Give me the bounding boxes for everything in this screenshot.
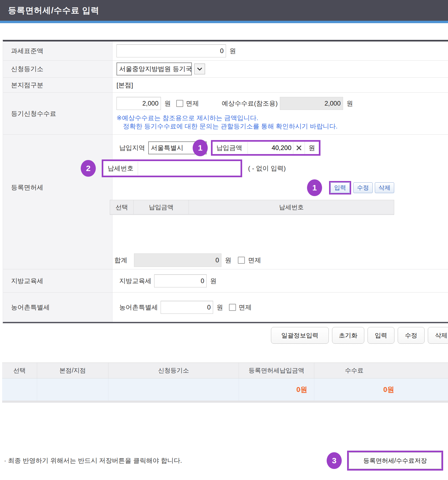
estimate-fee-input	[280, 97, 343, 110]
local-edu-tax-field-label: 지방교육세	[119, 277, 151, 285]
license-fee-form: 과세표준액 원 신청등기소 서울중앙지방법원 등기국 본지점구분 [본점] 등기…	[3, 40, 448, 323]
license-delete-button[interactable]: 삭제	[375, 182, 394, 193]
tax-base-input[interactable]	[117, 44, 226, 57]
license-total-input	[134, 253, 221, 267]
payment-region-label: 납입지역	[119, 144, 145, 152]
edit-button[interactable]: 수정	[398, 327, 425, 344]
summary-cell-fee: 0원	[314, 378, 448, 401]
fee-notice-line1: ※예상수수료는 참조용으로 제시하는 금액입니다.	[117, 114, 258, 121]
summary-header-fee: 수수료	[314, 363, 448, 378]
estimate-fee-unit: 원	[347, 99, 353, 108]
application-fee-exempt-label: 면제	[186, 99, 199, 108]
license-tax-label: 등록면허세	[3, 135, 112, 269]
tax-base-row: 과세표준액 원	[3, 41, 448, 61]
registry-office-select[interactable]: 서울중앙지방법원 등기국	[117, 62, 192, 75]
tax-number-label: 납세번호	[103, 164, 138, 173]
branch-type-row: 본지점구분 [본점]	[3, 78, 448, 93]
bulk-input-button[interactable]: 일괄정보입력	[271, 327, 329, 344]
payment-amount-box: 납입금액 원	[211, 140, 320, 156]
registry-office-row: 신청등기소 서울중앙지방법원 등기국	[3, 61, 448, 78]
local-edu-tax-unit: 원	[210, 277, 217, 285]
registry-office-selected: 서울중앙지방법원 등기국	[117, 65, 194, 73]
payment-amount-label: 납입금액	[213, 144, 248, 152]
license-edit-button[interactable]: 수정	[353, 182, 373, 193]
rural-tax-exempt-checkbox[interactable]	[229, 304, 236, 311]
payment-amount-unit: 원	[305, 144, 319, 152]
license-total-exempt-checkbox[interactable]	[238, 257, 245, 264]
chevron-down-icon	[194, 64, 205, 74]
grid-header-select: 선택	[110, 200, 134, 214]
estimate-fee-label: 예상수수료(참조용)	[222, 99, 278, 108]
step-badge-3: 3	[327, 452, 342, 469]
grid-empty-body	[110, 215, 394, 253]
branch-type-label: 본지점구분	[3, 78, 112, 92]
form-action-buttons: 일괄정보입력 초기화 입력 수정 삭제	[0, 327, 448, 344]
summary-data-row[interactable]: 0원 0원	[2, 378, 448, 401]
input-button-highlight: 입력	[329, 181, 351, 194]
summary-header-office: 신청등기소	[108, 363, 239, 378]
tax-number-hint: ( - 없이 입력)	[248, 164, 286, 173]
rural-tax-unit: 원	[217, 303, 223, 312]
local-edu-tax-row: 지방교육세 지방교육세 원	[3, 269, 448, 293]
tax-number-input[interactable]	[138, 162, 241, 175]
save-note: · 최종 반영하기 위해서는 반드시 저장버튼을 클릭해야 합니다.	[4, 456, 182, 465]
summary-header-select: 선택	[2, 363, 37, 378]
local-edu-tax-label: 지방교육세	[3, 269, 112, 292]
step-badge-1: 1	[193, 140, 208, 156]
tax-base-unit: 원	[230, 47, 236, 55]
application-fee-exempt-checkbox[interactable]	[176, 100, 183, 107]
application-fee-label: 등기신청수수료	[3, 93, 112, 134]
summary-header-branch: 본점/지점	[37, 363, 108, 378]
input-button[interactable]: 입력	[368, 327, 394, 344]
rural-tax-input[interactable]	[161, 301, 213, 314]
rural-tax-label: 농어촌특별세	[3, 293, 112, 322]
registry-office-label: 신청등기소	[3, 61, 112, 77]
save-button[interactable]: 등록면허세/수수료저장	[349, 452, 442, 469]
tax-base-label: 과세표준액	[3, 41, 112, 60]
save-group: 3 등록면허세/수수료저장	[327, 451, 443, 471]
payment-region-selected: 서울특별시	[149, 144, 185, 152]
license-tax-grid: 선택 납입금액 납세번호	[110, 200, 394, 253]
payment-amount-input[interactable]	[248, 142, 293, 154]
delete-button[interactable]: 삭제	[428, 327, 448, 344]
step-badge-1b: 1	[307, 179, 322, 196]
local-edu-tax-input[interactable]	[154, 274, 207, 287]
application-fee-input[interactable]	[117, 97, 161, 110]
page-title: 등록면허세/수수료 입력	[8, 5, 99, 16]
tax-number-box: 납세번호	[102, 159, 242, 177]
rural-tax-field-label: 농어촌특별세	[119, 303, 158, 312]
step-badge-2: 2	[81, 160, 96, 177]
summary-table: 선택 본점/지점 신청등기소 등록면허세납입금액 수수료 0원 0원	[2, 363, 448, 403]
rural-tax-row: 농어촌특별세 농어촌특별세 원 면제	[3, 293, 448, 322]
license-total-exempt-label: 면제	[248, 256, 261, 265]
summary-cell-office	[108, 378, 239, 401]
fee-notice: ※예상수수료는 참조용으로 제시하는 금액입니다. 정확한 등기수수료에 대한 …	[117, 114, 337, 130]
license-tax-row: 등록면허세 납입지역 서울특별시 1 납입금액 원	[3, 135, 448, 269]
footer: · 최종 반영하기 위해서는 반드시 저장버튼을 클릭해야 합니다. 3 등록면…	[0, 451, 448, 471]
license-total-label: 합계	[114, 256, 127, 265]
summary-header-license-amount: 등록면허세납입금액	[239, 363, 314, 378]
summary-header-row: 선택 본점/지점 신청등기소 등록면허세납입금액 수수료	[2, 363, 448, 378]
rural-tax-exempt-label: 면제	[239, 303, 252, 312]
grid-header-amount: 납입금액	[134, 200, 189, 214]
summary-cell-license-amount: 0원	[239, 378, 314, 401]
summary-cell-branch	[37, 378, 108, 401]
application-fee-row: 등기신청수수료 원 면제 예상수수료(참조용) 원 ※예상수수료는 참조용으로 …	[3, 93, 448, 135]
fee-notice-line2: 정확한 등기수수료에 대한 문의는 관할등기소를 통해 확인하시기 바랍니다.	[117, 122, 337, 130]
reset-button[interactable]: 초기화	[332, 327, 364, 344]
license-input-button[interactable]: 입력	[330, 182, 350, 193]
clear-x-icon[interactable]	[293, 145, 305, 151]
branch-type-value: [본점]	[117, 81, 133, 89]
save-button-highlight: 등록면허세/수수료저장	[347, 451, 443, 471]
license-total-unit: 원	[225, 256, 231, 265]
title-bar: 등록면허세/수수료 입력	[0, 0, 448, 23]
application-fee-unit: 원	[164, 99, 171, 108]
summary-cell-select	[2, 378, 37, 401]
grid-header-taxno: 납세번호	[189, 200, 394, 214]
